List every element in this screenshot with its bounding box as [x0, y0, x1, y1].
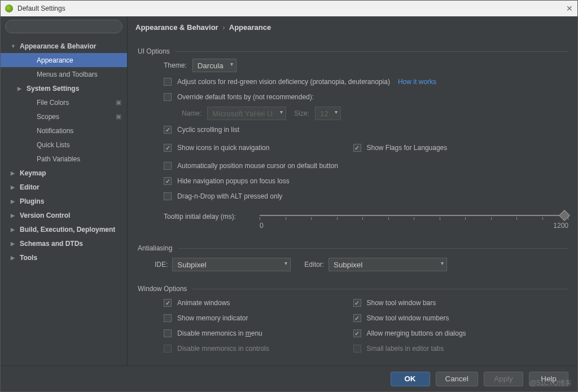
aa-editor-label: Editor: [304, 261, 324, 268]
section-ui-options: UI Options [138, 47, 568, 55]
checkbox-cyclic[interactable] [164, 126, 172, 134]
row-font: Name: Microsoft YaHei UI Size: 12 [182, 107, 568, 120]
chevron-right-icon: ▶ [11, 255, 17, 261]
sidebar-item-build-execution-deployment[interactable]: ▶Build, Execution, Deployment [1, 222, 127, 236]
sidebar-item-quick-lists[interactable]: Quick Lists [1, 138, 127, 152]
sidebar-item-scopes[interactable]: Scopes▣ [1, 109, 127, 124]
sidebar-item-label: Build, Execution, Deployment [20, 226, 115, 234]
chevron-right-icon: ▶ [17, 86, 24, 91]
checkbox-auto-cursor[interactable] [164, 162, 172, 170]
form-area: UI Options Theme: Darcula Adjust colors … [128, 37, 577, 365]
row-override-fonts: Override default fonts by (not recommend… [164, 91, 568, 103]
row-cyclic: Cyclic scrolling in list [164, 124, 568, 136]
settings-tree[interactable]: ▼Appearance & BehaviorAppearanceMenus an… [1, 37, 127, 365]
tag-icon: ▣ [116, 113, 121, 120]
sidebar-item-plugins[interactable]: ▶Plugins [1, 194, 127, 208]
search-wrap [5, 20, 122, 33]
sidebar-item-label: Plugins [20, 197, 44, 205]
checkbox-show-bars[interactable] [353, 299, 361, 307]
row-show-flags: Show Flags for Languages [353, 142, 569, 154]
aa-ide-select[interactable]: Subpixel [172, 258, 291, 271]
tooltip-delay-slider[interactable]: 0 1200 [260, 212, 568, 231]
chevron-right-icon: ▶ [11, 241, 17, 246]
sidebar-item-keymap[interactable]: ▶Keymap [1, 166, 127, 180]
row-show-bars: Show tool window bars [353, 297, 569, 309]
sidebar-item-menus-and-toolbars[interactable]: Menus and Toolbars [1, 67, 127, 81]
row-antialiasing: IDE: Subpixel Editor: Subpixel [155, 258, 568, 271]
sidebar-item-label: Version Control [20, 212, 70, 219]
sidebar-item-notifications[interactable]: Notifications [1, 124, 127, 138]
checkbox-show-numbers[interactable] [353, 314, 361, 322]
checkbox-adjust-colors[interactable] [164, 78, 172, 86]
row-auto-cursor: Automatically position mouse cursor on d… [164, 160, 568, 172]
sidebar-item-system-settings[interactable]: ▶System Settings [1, 81, 127, 95]
app-icon [5, 5, 13, 12]
sidebar-item-editor[interactable]: ▶Editor [1, 180, 127, 194]
checkbox-allow-merge[interactable] [353, 329, 361, 337]
row-animate: Animate windows [164, 297, 353, 309]
sidebar-item-label: Editor [20, 183, 40, 191]
checkbox-animate[interactable] [164, 299, 172, 307]
checkbox-memory[interactable] [164, 314, 172, 322]
close-icon[interactable]: ✕ [566, 4, 573, 13]
row-show-icons: Show icons in quick navigation [164, 142, 353, 154]
breadcrumb: Appearance & Behavior › Appearance [128, 16, 577, 37]
sidebar-item-version-control[interactable]: ▶Version Control [1, 208, 127, 222]
ok-button[interactable]: OK [391, 372, 430, 386]
font-name-select: Microsoft YaHei UI [207, 107, 286, 120]
row-small-labels: Small labels in editor tabs [353, 342, 569, 355]
dialog-footer: OK Cancel Apply Help [1, 365, 577, 391]
chevron-right-icon: ▶ [11, 184, 17, 190]
checkbox-mnemonics-controls[interactable] [164, 345, 172, 353]
sidebar-item-file-colors[interactable]: File Colors▣ [1, 95, 127, 109]
row-mnemonics-controls: Disable mnemonics in controls [164, 342, 353, 355]
font-name-label: Name: [182, 109, 202, 117]
tag-icon: ▣ [116, 99, 121, 106]
aa-editor-select[interactable]: Subpixel [329, 258, 447, 271]
checkbox-override-fonts[interactable] [164, 93, 172, 101]
sidebar-item-label: Tools [20, 254, 37, 262]
checkbox-small-labels[interactable] [353, 345, 361, 353]
breadcrumb-leaf: Appearance [229, 23, 271, 32]
settings-window: Default Settings ✕ ▼Appearance & Behavio… [0, 0, 578, 392]
checkbox-show-flags[interactable] [353, 144, 361, 152]
cancel-button[interactable]: Cancel [436, 372, 479, 386]
titlebar: Default Settings ✕ [1, 1, 577, 16]
aa-ide-label: IDE: [155, 261, 168, 268]
section-window-options: Window Options [138, 285, 568, 293]
content-panel: Appearance & Behavior › Appearance UI Op… [128, 16, 577, 365]
window-title: Default Settings [17, 5, 65, 12]
sidebar-item-label: Path Variables [37, 155, 80, 163]
sidebar-item-label: Appearance [37, 56, 73, 64]
slider-max: 1200 [553, 222, 568, 230]
link-how-it-works[interactable]: How it works [398, 78, 436, 86]
sidebar-item-tools[interactable]: ▶Tools [1, 250, 127, 265]
sidebar-item-label: Appearance & Behavior [20, 42, 96, 50]
sidebar-item-schemas-and-dtds[interactable]: ▶Schemas and DTDs [1, 236, 127, 250]
sidebar-item-appearance[interactable]: Appearance [1, 53, 127, 67]
chevron-down-icon: ▼ [11, 43, 17, 49]
font-size-select: 12 [315, 107, 341, 120]
sidebar-item-label: System Settings [27, 85, 79, 93]
sidebar-item-label: Scopes [37, 113, 59, 121]
breadcrumb-root: Appearance & Behavior [135, 23, 218, 32]
search-input[interactable] [5, 20, 122, 33]
chevron-right-icon: ▶ [11, 213, 17, 218]
row-allow-merge: Allow merging buttons on dialogs [353, 327, 569, 340]
theme-select[interactable]: Darcula [192, 59, 237, 72]
checkbox-show-icons[interactable] [164, 144, 172, 152]
sidebar-item-label: Keymap [20, 169, 46, 177]
help-button[interactable]: Help [529, 372, 568, 386]
font-size-label: Size: [294, 109, 309, 117]
checkbox-dnd-alt[interactable] [164, 192, 172, 200]
apply-button[interactable]: Apply [484, 372, 523, 386]
row-mnemonics-menu: Disable mnemonics in menu [164, 327, 353, 340]
sidebar-item-path-variables[interactable]: Path Variables [1, 152, 127, 166]
checkbox-mnemonics-menu[interactable] [164, 329, 172, 337]
sidebar-item-appearance-behavior[interactable]: ▼Appearance & Behavior [1, 39, 127, 53]
row-hide-nav: Hide navigation popups on focus loss [164, 175, 568, 187]
sidebar-item-label: Notifications [37, 127, 73, 135]
checkbox-hide-nav[interactable] [164, 177, 172, 185]
sidebar-item-label: Menus and Toolbars [37, 71, 98, 78]
theme-label: Theme: [164, 61, 187, 69]
